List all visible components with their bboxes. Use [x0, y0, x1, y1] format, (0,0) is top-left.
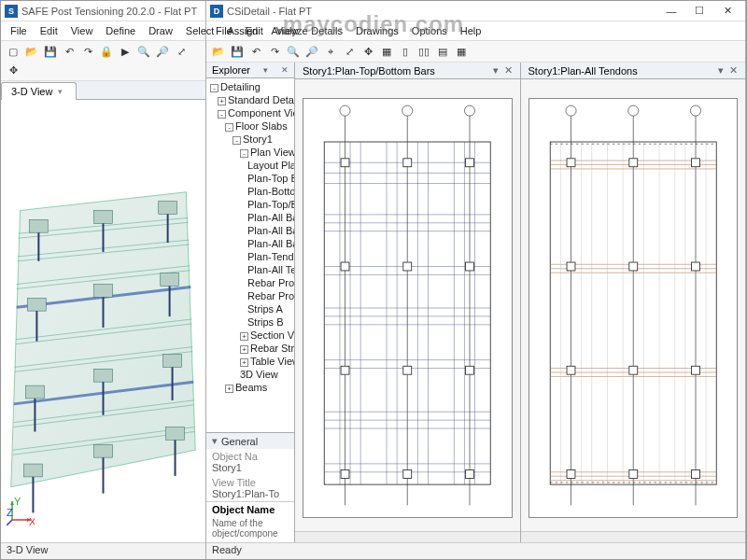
- layout1-icon[interactable]: ▯: [397, 43, 414, 60]
- menu-view[interactable]: View: [65, 23, 99, 38]
- menu-file[interactable]: File: [5, 23, 33, 38]
- zoom-out-icon[interactable]: 🔎: [303, 43, 320, 60]
- undo-icon[interactable]: ↶: [61, 43, 78, 60]
- new-icon[interactable]: ▢: [5, 43, 21, 60]
- zoom-fit-icon[interactable]: ⤢: [173, 43, 190, 60]
- tree-item[interactable]: Strips A: [208, 302, 294, 315]
- expand-icon[interactable]: +: [218, 97, 226, 105]
- open-icon[interactable]: 📂: [23, 43, 40, 60]
- tree-item-label: Plan-All Bars (Top: [247, 212, 294, 223]
- menu-edit[interactable]: Edit: [35, 23, 63, 38]
- csidetail-title: CSiDetail - Flat PT: [227, 6, 312, 17]
- redo-icon[interactable]: ↷: [79, 43, 96, 60]
- tree-item[interactable]: +Table Views: [208, 355, 294, 368]
- pan-icon[interactable]: ✥: [359, 43, 376, 60]
- close-icon[interactable]: ✕: [504, 64, 513, 77]
- tree-item[interactable]: -Story1: [208, 133, 294, 146]
- run-icon[interactable]: ▶: [117, 43, 134, 60]
- tree-item[interactable]: 3D View: [208, 368, 294, 381]
- horizontal-scrollbar[interactable]: [521, 531, 746, 542]
- close-button[interactable]: ✕: [713, 2, 741, 21]
- expand-icon[interactable]: +: [240, 358, 248, 367]
- pane2-tab[interactable]: Story1:Plan-All Tendons ▾ ✕: [521, 63, 746, 79]
- collapse-icon[interactable]: -: [233, 136, 241, 145]
- safe-title: SAFE Post Tensioning 20.2.0 - Flat PT: [21, 6, 197, 17]
- expand-icon[interactable]: +: [225, 385, 233, 393]
- layout3-icon[interactable]: ▤: [434, 43, 451, 60]
- pane1-tab[interactable]: Story1:Plan-Top/Bottom Bars ▾ ✕: [295, 63, 520, 79]
- save-icon[interactable]: 💾: [42, 43, 59, 60]
- close-icon[interactable]: ✕: [729, 64, 738, 77]
- zoom-in-icon[interactable]: 🔍: [285, 43, 302, 60]
- menu-help[interactable]: Help: [455, 23, 487, 38]
- tree-item[interactable]: -Floor Slabs: [208, 119, 294, 133]
- chevron-down-icon[interactable]: ▾: [58, 87, 63, 96]
- collapse-icon[interactable]: -: [210, 84, 218, 92]
- pane2-canvas[interactable]: [521, 79, 746, 531]
- grid-icon[interactable]: ▦: [378, 43, 395, 60]
- safe-3d-viewport[interactable]: X Y Z: [1, 100, 205, 542]
- menu-file[interactable]: File: [210, 23, 238, 38]
- tree-item[interactable]: +Section Views: [208, 329, 294, 342]
- explorer-tree[interactable]: -Detailing+Standard Details-Component Vi…: [206, 78, 294, 432]
- chevron-down-icon[interactable]: ▾: [493, 64, 499, 77]
- tree-item[interactable]: Plan-All Bars (Top: [208, 237, 294, 250]
- tree-item[interactable]: Layout Plan: [208, 159, 294, 172]
- menu-view[interactable]: View: [271, 23, 304, 38]
- close-icon[interactable]: ✕: [281, 65, 289, 75]
- menu-drawings[interactable]: Drawings: [350, 23, 404, 38]
- collapse-icon[interactable]: -: [240, 149, 248, 158]
- tree-item-label: Plan-All Tendons: [247, 264, 294, 275]
- collapse-icon[interactable]: -: [218, 110, 226, 119]
- expand-icon[interactable]: +: [240, 332, 248, 341]
- open-icon[interactable]: 📂: [210, 43, 227, 60]
- minimize-button[interactable]: —: [657, 2, 685, 21]
- tree-item[interactable]: +Rebar Strip Views: [208, 342, 294, 355]
- chevron-down-icon[interactable]: ▾: [263, 65, 268, 75]
- layout4-icon[interactable]: ▦: [453, 43, 470, 60]
- save-icon[interactable]: 💾: [229, 43, 246, 60]
- svg-rect-84: [341, 159, 349, 167]
- tree-item[interactable]: Plan-All Tendons: [208, 263, 294, 276]
- undo-icon[interactable]: ↶: [247, 43, 264, 60]
- tree-item[interactable]: Plan-Top/Bottom: [208, 198, 294, 211]
- svg-rect-132: [691, 262, 699, 271]
- lock-icon[interactable]: 🔒: [98, 43, 115, 60]
- maximize-button[interactable]: ☐: [685, 2, 713, 21]
- svg-text:Z: Z: [7, 507, 13, 518]
- tree-item[interactable]: Plan-All Bars (Top: [208, 211, 294, 224]
- pane1-canvas[interactable]: [295, 79, 520, 531]
- tab-3d-view[interactable]: 3-D View ▾: [1, 82, 77, 100]
- menu-draw[interactable]: Draw: [143, 23, 178, 38]
- tree-item[interactable]: -Plan Views: [208, 146, 294, 159]
- tree-item[interactable]: Plan-All Bars (Bott: [208, 224, 294, 237]
- menu-edit[interactable]: Edit: [240, 23, 269, 38]
- tree-item[interactable]: +Standard Details: [208, 93, 294, 106]
- zoom-in-icon[interactable]: 🔍: [135, 43, 152, 60]
- collapse-icon[interactable]: -: [225, 123, 233, 132]
- pan-icon[interactable]: ✥: [5, 62, 21, 78]
- expand-icon[interactable]: +: [240, 345, 248, 354]
- chevron-down-icon[interactable]: ▾: [718, 64, 724, 77]
- tree-item[interactable]: Plan-Tendons: [208, 250, 294, 263]
- tree-item[interactable]: -Component Views: [208, 106, 294, 119]
- menu-define[interactable]: Define: [100, 23, 141, 38]
- tree-item[interactable]: +Beams: [208, 381, 294, 394]
- tree-item[interactable]: Plan-Bottom Bars: [208, 185, 294, 198]
- horizontal-scrollbar[interactable]: [295, 531, 520, 542]
- tree-item[interactable]: -Detailing: [208, 80, 294, 93]
- window-controls: — ☐ ✕: [657, 2, 741, 21]
- tree-item[interactable]: Plan-Top Bars: [208, 172, 294, 185]
- layout2-icon[interactable]: ▯▯: [416, 43, 432, 60]
- zoom-out-icon[interactable]: 🔎: [154, 43, 171, 60]
- tree-item[interactable]: Strips B: [208, 315, 294, 329]
- menu-details[interactable]: Details: [305, 23, 348, 38]
- menu-options[interactable]: Options: [406, 23, 453, 38]
- zoom-window-icon[interactable]: ⌖: [322, 43, 339, 60]
- tree-item[interactable]: Rebar Profile - Str: [208, 276, 294, 289]
- properties-header[interactable]: ▾ General: [206, 433, 294, 449]
- tree-item[interactable]: Rebar Profile - Str: [208, 289, 294, 302]
- redo-icon[interactable]: ↷: [266, 43, 283, 60]
- tree-item-label: 3D View: [240, 369, 278, 380]
- fit-icon[interactable]: ⤢: [341, 43, 358, 60]
